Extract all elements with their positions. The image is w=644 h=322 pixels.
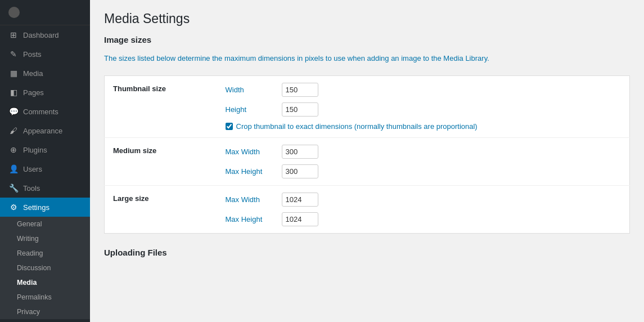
submenu-reading[interactable]: Reading bbox=[0, 246, 90, 261]
medium-fields: Max Width Max Height bbox=[217, 137, 630, 185]
image-sizes-section: Image sizes The sizes listed below deter… bbox=[104, 35, 630, 234]
sidebar-item-settings[interactable]: ⚙ Settings bbox=[0, 198, 90, 217]
sidebar-item-plugins[interactable]: ⊕ Plugins bbox=[0, 140, 90, 159]
media-icon: ▦ bbox=[8, 69, 19, 78]
appearance-icon: 🖌 bbox=[8, 126, 19, 135]
large-height-input[interactable] bbox=[282, 212, 318, 226]
uploading-title: Uploading Files bbox=[104, 248, 630, 260]
settings-icon: ⚙ bbox=[8, 203, 19, 212]
thumbnail-fields: Width Height Crop thumbnail to exact dim… bbox=[217, 75, 630, 137]
medium-width-label: Max Width bbox=[226, 147, 276, 156]
submenu-media[interactable]: Media bbox=[0, 275, 90, 290]
crop-checkbox-row: Crop thumbnail to exact dimensions (norm… bbox=[226, 122, 622, 131]
image-sizes-title: Image sizes bbox=[104, 35, 630, 47]
pages-icon: ◧ bbox=[8, 88, 19, 97]
thumbnail-height-label: Height bbox=[226, 105, 276, 114]
thumbnail-row: Thumbnail size Width Height Crop thumbna… bbox=[105, 75, 630, 137]
submenu-discussion[interactable]: Discussion bbox=[0, 261, 90, 275]
thumbnail-width-input[interactable] bbox=[282, 83, 318, 97]
medium-row: Medium size Max Width Max Height bbox=[105, 137, 630, 185]
medium-height-label: Max Height bbox=[226, 167, 276, 176]
large-height-row: Max Height bbox=[226, 212, 622, 226]
sidebar-item-label: Tools bbox=[23, 184, 40, 193]
thumbnail-width-row: Width bbox=[226, 83, 622, 97]
sidebar-item-label: Settings bbox=[23, 203, 49, 212]
sidebar: ⊞ Dashboard ✎ Posts ▦ Media ◧ Pages 💬 Co… bbox=[0, 0, 90, 322]
main-content: Media Settings Image sizes The sizes lis… bbox=[90, 0, 644, 322]
submenu-general[interactable]: General bbox=[0, 217, 90, 231]
large-label: Large size bbox=[105, 185, 217, 233]
sidebar-item-dashboard[interactable]: ⊞ Dashboard bbox=[0, 25, 90, 44]
sidebar-item-appearance[interactable]: 🖌 Appearance bbox=[0, 121, 90, 140]
large-row: Large size Max Width Max Height bbox=[105, 185, 630, 233]
page-title: Media Settings bbox=[104, 11, 630, 26]
sidebar-item-label: Posts bbox=[23, 50, 42, 59]
medium-height-input[interactable] bbox=[282, 164, 318, 178]
crop-checkbox[interactable] bbox=[226, 123, 233, 130]
thumbnail-label: Thumbnail size bbox=[105, 75, 217, 137]
medium-height-row: Max Height bbox=[226, 164, 622, 178]
sidebar-item-tools[interactable]: 🔧 Tools bbox=[0, 178, 90, 198]
submenu-privacy[interactable]: Privacy bbox=[0, 305, 90, 319]
users-icon: 👤 bbox=[8, 164, 19, 173]
large-width-input[interactable] bbox=[282, 193, 318, 207]
sidebar-item-comments[interactable]: 💬 Comments bbox=[0, 102, 90, 121]
large-width-row: Max Width bbox=[226, 193, 622, 207]
sidebar-item-media[interactable]: ▦ Media bbox=[0, 64, 90, 83]
large-fields: Max Width Max Height bbox=[217, 185, 630, 233]
thumbnail-width-label: Width bbox=[226, 86, 276, 94]
sidebar-item-pages[interactable]: ◧ Pages bbox=[0, 83, 90, 102]
sidebar-item-users[interactable]: 👤 Users bbox=[0, 159, 90, 178]
sidebar-item-label: Plugins bbox=[23, 146, 47, 154]
sidebar-item-label: Users bbox=[23, 165, 42, 173]
submenu-writing[interactable]: Writing bbox=[0, 231, 90, 246]
sidebar-item-label: Comments bbox=[23, 108, 58, 116]
crop-label: Crop thumbnail to exact dimensions (norm… bbox=[236, 122, 478, 131]
sidebar-item-label: Media bbox=[23, 69, 43, 78]
dashboard-icon: ⊞ bbox=[8, 30, 19, 39]
sidebar-item-posts[interactable]: ✎ Posts bbox=[0, 44, 90, 64]
image-sizes-info: The sizes listed below determine the max… bbox=[104, 53, 630, 64]
large-height-label: Max Height bbox=[226, 215, 276, 223]
thumbnail-height-row: Height bbox=[226, 102, 622, 117]
submenu-permalinks[interactable]: Permalinks bbox=[0, 290, 90, 305]
sidebar-item-label: Pages bbox=[23, 88, 44, 97]
sidebar-item-label: Dashboard bbox=[23, 31, 59, 39]
large-width-label: Max Width bbox=[226, 195, 276, 204]
uploading-section: Uploading Files bbox=[104, 248, 630, 260]
comments-icon: 💬 bbox=[8, 107, 19, 116]
thumbnail-height-input[interactable] bbox=[282, 102, 318, 117]
plugins-icon: ⊕ bbox=[8, 145, 19, 154]
sidebar-item-label: Appearance bbox=[23, 127, 62, 135]
logo-icon bbox=[8, 7, 20, 18]
medium-label: Medium size bbox=[105, 137, 217, 185]
settings-submenu: General Writing Reading Discussion Media… bbox=[0, 217, 90, 319]
medium-width-input[interactable] bbox=[282, 145, 318, 159]
posts-icon: ✎ bbox=[8, 50, 19, 59]
site-logo bbox=[0, 0, 90, 25]
medium-width-row: Max Width bbox=[226, 145, 622, 159]
settings-table: Thumbnail size Width Height Crop thumbna… bbox=[104, 75, 630, 234]
tools-icon: 🔧 bbox=[8, 184, 19, 193]
